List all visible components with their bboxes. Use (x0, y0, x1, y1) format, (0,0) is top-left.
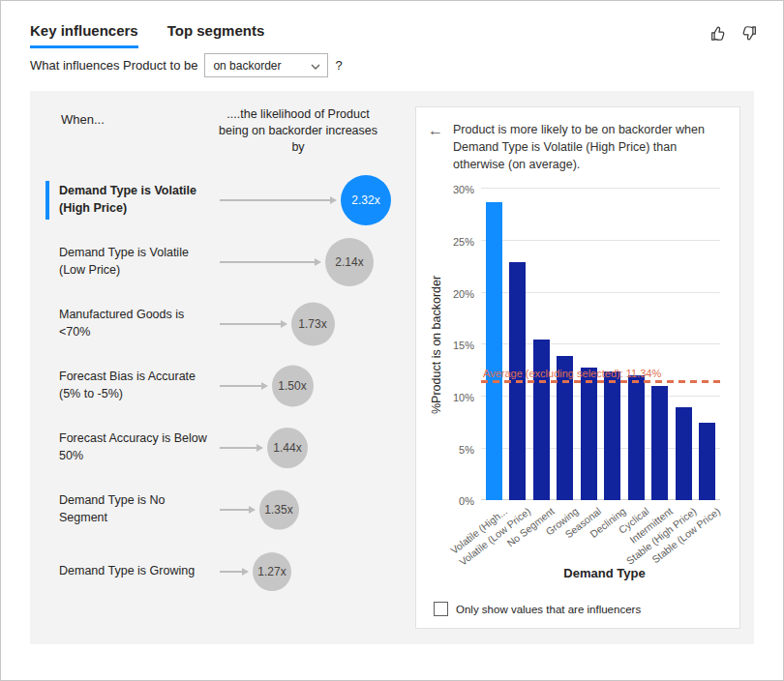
influencer-row[interactable]: Demand Type is Volatile (Low Price)2.14x (45, 231, 402, 293)
bar-slot: Seasonal (577, 189, 601, 500)
x-axis-title-row: Demand Type (428, 566, 728, 580)
influencer-strength-zone: 1.50x (216, 355, 402, 417)
influencer-row[interactable]: Forecast Bias is Accurate (5% to -5%)1.5… (45, 355, 402, 417)
bar-slot: No Segment (529, 189, 554, 500)
metric-dropdown[interactable]: on backorder (204, 53, 328, 77)
average-line (481, 380, 720, 383)
metric-dropdown-value: on backorder (213, 59, 281, 73)
chart-bar[interactable] (581, 368, 597, 500)
influencer-row[interactable]: Forecast Accuracy is Below 50%1.44x (45, 417, 402, 479)
chart-bar[interactable] (676, 407, 692, 501)
bar-slot: Cyclical (624, 189, 648, 500)
arrow-icon (220, 447, 257, 449)
bar-slot: Declining (601, 189, 625, 500)
influencer-strength-zone: 2.14x (216, 231, 402, 293)
influencer-strength-zone: 1.27x (216, 541, 402, 603)
y-tick-label: 20% (441, 288, 474, 300)
thumbs-up-icon[interactable] (709, 24, 728, 43)
influencer-strength-zone: 2.32x (216, 169, 402, 231)
chart-bar[interactable] (651, 386, 668, 500)
influencer-strength-zone: 1.35x (216, 479, 402, 541)
influencer-label: Demand Type is No Segment (59, 492, 216, 526)
influencer-row[interactable]: Demand Type is Volatile (High Price)2.32… (45, 169, 402, 231)
bar-slot: Growing (554, 189, 578, 500)
selection-indicator (45, 429, 49, 467)
tab-bar: Key influencers Top segments (30, 22, 264, 48)
thumbs-down-icon[interactable] (739, 24, 758, 43)
influence-bubble[interactable]: 1.27x (253, 552, 291, 591)
influence-bubble[interactable]: 1.73x (291, 302, 335, 345)
key-influencers-visual: Key influencers Top segments What (0, 0, 784, 681)
influence-bubble[interactable]: 1.44x (267, 428, 308, 468)
likelihood-header: ....the likelihood of Product being on b… (216, 106, 380, 156)
y-tick-label: 10% (441, 392, 474, 403)
selection-indicator (45, 552, 49, 591)
influencer-strength-zone: 1.44x (216, 417, 402, 479)
chevron-down-icon (311, 59, 320, 73)
influence-bubble[interactable]: 1.50x (272, 365, 314, 406)
detail-card-header: ← Product is more likely to be on backor… (428, 121, 728, 173)
bar-slot: Stable (Low Price) (696, 189, 720, 500)
question-row: What influences Product to be on backord… (1, 48, 783, 77)
average-line-label: Average (excluding selected): 11.34% (483, 368, 661, 379)
checkbox-label: Only show values that are influencers (456, 604, 641, 615)
influencer-row[interactable]: Demand Type is No Segment1.35x (45, 479, 402, 541)
influencer-row[interactable]: Demand Type is Growing1.27x (45, 541, 402, 603)
tab-key-influencers[interactable]: Key influencers (30, 22, 138, 48)
y-tick-label: 15% (441, 340, 474, 351)
influencer-label: Manufactured Goods is <70% (59, 307, 216, 340)
selection-indicator (45, 243, 49, 281)
tab-top-segments[interactable]: Top segments (167, 22, 265, 48)
influencers-panel: When... ....the likelihood of Product be… (30, 91, 754, 644)
arrow-icon (220, 509, 250, 511)
chart-bar[interactable] (699, 423, 715, 501)
influencer-list-panel: When... ....the likelihood of Product be… (45, 106, 402, 629)
chart-bar[interactable] (486, 202, 502, 500)
influencer-row[interactable]: Manufactured Goods is <70%1.73x (45, 293, 402, 355)
bar-slot: Intermittent (648, 189, 673, 500)
influencer-label: Demand Type is Volatile (Low Price) (59, 245, 216, 279)
question-text: What influences Product to be (30, 58, 197, 73)
influencer-label: Forecast Bias is Accurate (5% to -5%) (59, 369, 216, 402)
influence-bubble[interactable]: 2.32x (341, 175, 391, 225)
checkbox-box[interactable] (434, 602, 448, 616)
feedback-icons (709, 24, 758, 43)
insight-description: Product is more likely to be on backorde… (453, 121, 728, 173)
arrow-icon (220, 385, 262, 387)
topbar: Key influencers Top segments (1, 1, 783, 48)
bar-slot: Volatile (Low Price) (506, 189, 530, 500)
y-tick-label: 0% (441, 495, 474, 507)
arrow-icon (220, 571, 243, 573)
influence-bubble[interactable]: 2.14x (325, 238, 374, 286)
selection-indicator (45, 305, 49, 343)
influence-bubble[interactable]: 1.35x (259, 489, 299, 529)
influencer-strength-zone: 1.73x (216, 293, 402, 355)
chart-bar[interactable] (628, 375, 645, 501)
selection-indicator (45, 490, 49, 529)
y-tick-label: 25% (441, 236, 474, 248)
bar-chart: %Product is on backorder 0%5%10%15%20%25… (428, 189, 728, 500)
y-tick-label: 5% (441, 444, 474, 456)
plot-area: 0%5%10%15%20%25%30%Volatile (High...Vola… (481, 189, 720, 500)
influencer-label: Demand Type is Growing (59, 563, 216, 580)
y-tick-label: 30% (441, 184, 474, 195)
list-headers: When... ....the likelihood of Product be… (45, 106, 402, 156)
bar-slot: Volatile (High... (482, 189, 506, 500)
arrow-icon (220, 199, 331, 201)
x-axis-title: Demand Type (481, 566, 728, 580)
chart-bar[interactable] (604, 371, 620, 500)
chart-bar[interactable] (533, 340, 550, 500)
influencer-label: Forecast Accuracy is Below 50% (59, 430, 216, 464)
arrow-icon (220, 261, 316, 263)
influencer-detail-card: ← Product is more likely to be on backor… (415, 106, 740, 629)
selection-indicator (45, 181, 49, 220)
bar-slot: Stable (High Price) (672, 189, 696, 500)
bars-container: Volatile (High...Volatile (Low Price)No … (481, 189, 720, 500)
back-arrow-icon[interactable]: ← (428, 121, 443, 173)
influencers-only-checkbox[interactable]: Only show values that are influencers (434, 594, 728, 618)
when-label: When... (61, 112, 105, 127)
arrow-icon (220, 323, 282, 325)
influencer-label: Demand Type is Volatile (High Price) (59, 183, 216, 217)
selection-indicator (45, 367, 49, 405)
influencer-list: Demand Type is Volatile (High Price)2.32… (45, 169, 402, 603)
